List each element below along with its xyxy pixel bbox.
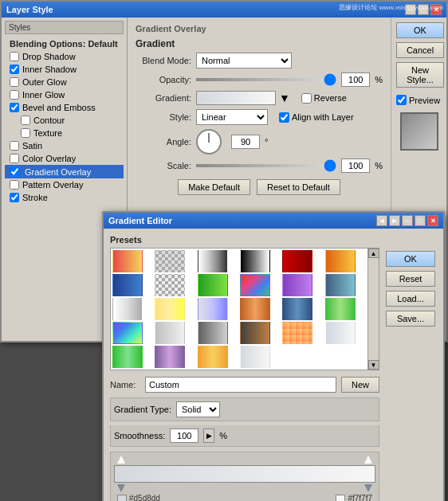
ge-load-btn[interactable]: Load... (386, 291, 435, 307)
preset-19[interactable] (112, 322, 143, 344)
preset-16[interactable] (240, 298, 270, 320)
sidebar-item-gradient-overlay[interactable]: Gradient Overlay (5, 165, 124, 178)
drop-shadow-checkbox[interactable] (10, 52, 19, 61)
bottom-stop-right[interactable] (364, 484, 372, 492)
bevel-emboss-label: Bevel and Emboss (22, 103, 96, 112)
inner-glow-checkbox[interactable] (10, 90, 19, 100)
angle-needle (209, 133, 210, 143)
presets-area: ▲ ▼ (110, 248, 379, 370)
preset-12[interactable] (325, 274, 356, 296)
sidebar-item-pattern-overlay[interactable]: Pattern Overlay (5, 178, 124, 191)
preset-25[interactable] (112, 346, 143, 368)
reset-to-default-btn[interactable]: Reset to Default (257, 179, 340, 195)
preset-15[interactable] (198, 298, 228, 320)
sidebar-item-contour[interactable]: Contour (5, 114, 124, 127)
preset-18[interactable] (325, 298, 356, 320)
preset-14[interactable] (155, 298, 185, 320)
ge-reset-btn[interactable]: Reset (386, 271, 435, 287)
sidebar-item-satin[interactable]: Satin (5, 139, 124, 152)
preset-21[interactable] (198, 322, 228, 344)
inner-shadow-checkbox[interactable] (10, 65, 19, 74)
sidebar-item-stroke[interactable]: Stroke (5, 191, 124, 204)
align-layer-checkbox[interactable] (279, 112, 289, 123)
sidebar-item-outer-glow[interactable]: Outer Glow (5, 76, 124, 88)
smoothness-input[interactable] (170, 429, 198, 443)
scale-input[interactable] (341, 159, 370, 173)
reverse-checkbox[interactable] (301, 93, 312, 104)
new-gradient-btn[interactable]: New (341, 377, 379, 393)
ok-btn[interactable]: OK (396, 22, 444, 38)
preset-5[interactable] (282, 250, 312, 272)
top-stop-left[interactable] (117, 456, 125, 464)
opacity-row: Opacity: % (136, 72, 383, 87)
name-input[interactable] (145, 377, 336, 393)
angle-dial[interactable] (196, 129, 222, 155)
satin-checkbox[interactable] (10, 141, 19, 151)
gradient-preview[interactable] (196, 91, 276, 105)
preset-6[interactable] (325, 250, 356, 272)
scroll-down-btn[interactable]: ▼ (368, 360, 379, 370)
sidebar-item-bevel-emboss[interactable]: Bevel and Emboss (5, 101, 124, 114)
sidebar-item-inner-shadow[interactable]: Inner Shadow (5, 63, 124, 76)
preset-17[interactable] (282, 298, 312, 320)
ge-save-btn[interactable]: Save... (386, 311, 435, 327)
sidebar-item-texture[interactable]: Texture (5, 127, 124, 139)
contour-checkbox[interactable] (21, 115, 30, 125)
texture-checkbox[interactable] (21, 128, 30, 138)
gradient-bar[interactable] (114, 465, 375, 483)
ge-nav-right[interactable]: ► (389, 215, 400, 226)
preview-checkbox[interactable] (396, 95, 407, 105)
preset-20[interactable] (155, 322, 185, 344)
outer-glow-label: Outer Glow (22, 77, 67, 87)
preset-3[interactable] (198, 250, 228, 272)
stroke-checkbox[interactable] (10, 193, 19, 202)
preset-2[interactable] (155, 250, 185, 272)
new-style-btn[interactable]: New Style... (396, 62, 444, 88)
ge-ok-btn[interactable]: OK (386, 251, 435, 267)
scale-slider[interactable] (196, 164, 336, 167)
color-overlay-checkbox[interactable] (10, 154, 19, 163)
scroll-up-btn[interactable]: ▲ (368, 249, 379, 258)
ge-nav-left[interactable]: ◄ (376, 215, 387, 226)
opacity-slider[interactable] (196, 78, 336, 81)
smoothness-step-btn[interactable]: ▶ (203, 429, 214, 443)
stop-color-right: #f7f7f7 (336, 494, 372, 501)
gradient-row: Gradient: ▼ Reverse (136, 91, 383, 105)
bevel-emboss-checkbox[interactable] (10, 103, 19, 112)
preset-4[interactable] (240, 250, 270, 272)
preset-28[interactable] (240, 346, 270, 368)
bottom-stop-left[interactable] (117, 484, 125, 492)
angle-input[interactable] (231, 135, 260, 149)
sidebar-item-drop-shadow[interactable]: Drop Shadow (5, 50, 124, 63)
preset-11[interactable] (282, 274, 312, 296)
outer-glow-checkbox[interactable] (10, 77, 19, 87)
sidebar-item-inner-glow[interactable]: Inner Glow (5, 88, 124, 101)
sidebar-item-blending-options[interactable]: Blending Options: Default (5, 37, 124, 50)
pattern-overlay-checkbox[interactable] (10, 180, 19, 190)
preset-26[interactable] (155, 346, 185, 368)
preset-10[interactable] (240, 274, 270, 296)
watermark: 思缘设计论坛 www.misssyuan.com (339, 3, 443, 12)
preset-9[interactable] (198, 274, 228, 296)
make-default-btn[interactable]: Make Default (178, 179, 250, 195)
ge-restore-btn[interactable]: □ (415, 215, 426, 226)
preset-1[interactable] (112, 250, 143, 272)
preset-13[interactable] (112, 298, 143, 320)
gradient-dropdown-arrow[interactable]: ▼ (279, 92, 290, 104)
opacity-input[interactable] (341, 72, 370, 87)
preset-22[interactable] (240, 322, 270, 344)
blend-mode-select[interactable]: Normal Multiply Screen (196, 53, 292, 68)
preset-7[interactable] (112, 274, 143, 296)
ge-close-btn[interactable]: ✕ (427, 215, 438, 226)
preset-8[interactable] (155, 274, 185, 296)
gradient-overlay-checkbox[interactable] (10, 166, 20, 177)
preset-24[interactable] (325, 322, 356, 344)
cancel-btn[interactable]: Cancel (396, 42, 444, 58)
preset-23[interactable] (282, 322, 312, 344)
gradient-type-select[interactable]: Solid Noise (176, 401, 220, 417)
style-select[interactable]: Linear Radial Angle (196, 109, 268, 125)
ge-minimize-btn[interactable]: ─ (402, 215, 413, 226)
sidebar-item-color-overlay[interactable]: Color Overlay (5, 152, 124, 165)
preset-27[interactable] (198, 346, 228, 368)
top-stop-right[interactable] (364, 456, 372, 464)
